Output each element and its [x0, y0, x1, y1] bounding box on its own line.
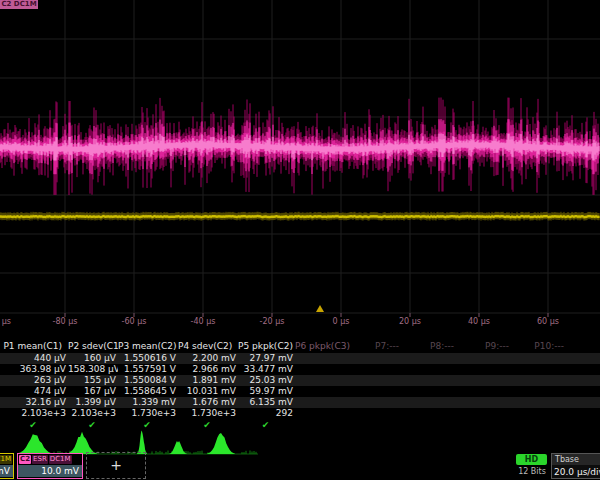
measure-value — [350, 397, 405, 408]
measure-value — [460, 408, 515, 419]
measure-value — [405, 397, 460, 408]
measure-value: 1.730e+3 — [178, 408, 238, 419]
axis-tick-label: 0 µs — [333, 317, 350, 326]
measure-value: 6.135 mV — [238, 397, 295, 408]
measure-value — [460, 364, 515, 375]
timebase-value: 20.0 µs/div — [552, 465, 600, 478]
measure-row-mean: 363.98 µV158.308 µV1.557591 V2.966 mV33.… — [0, 364, 600, 375]
measure-value: 155 µV — [68, 375, 118, 386]
measure-value — [295, 364, 350, 375]
measure-value — [460, 397, 515, 408]
measure-value — [350, 408, 405, 419]
measure-value — [405, 408, 460, 419]
measure-value — [515, 408, 570, 419]
status-check-icon: ✔ — [178, 419, 238, 431]
measure-value: 1.339 mV — [118, 397, 178, 408]
measure-value: 474 µV — [0, 386, 68, 397]
measure-value: 160 µV — [68, 353, 118, 364]
add-trace-button[interactable]: + — [86, 452, 146, 479]
measure-value — [295, 397, 350, 408]
histicon — [67, 432, 97, 454]
measure-value: 1.399 µV — [68, 397, 118, 408]
measure-value: 2.200 mV — [178, 353, 238, 364]
param-header[interactable]: P5 pkpk(C2) — [238, 340, 295, 353]
measure-value: 1.557591 V — [118, 364, 178, 375]
measure-value: 33.477 mV — [238, 364, 295, 375]
measure-value — [405, 353, 460, 364]
measure-value — [515, 397, 570, 408]
trace-annotation-badge: C2 DC1M — [0, 0, 38, 9]
measure-value: 1.558645 V — [118, 386, 178, 397]
measure-value — [405, 364, 460, 375]
measure-value — [350, 364, 405, 375]
measure-value: 1.730e+3 — [118, 408, 178, 419]
c1-volts-per-div: 10.0 mV — [0, 465, 13, 477]
measure-value: 2.103e+3 — [68, 408, 118, 419]
measure-value — [460, 375, 515, 386]
measure-value: 167 µV — [68, 386, 118, 397]
axis-tick-label: -100 µs — [0, 317, 11, 326]
axis-tick-label: -20 µs — [260, 317, 285, 326]
measure-value: 2.966 mV — [178, 364, 238, 375]
measure-value: 1.550084 V — [118, 375, 178, 386]
measure-row-sdev: 32.16 µV1.399 µV1.339 mV1.676 mV6.135 mV — [0, 397, 600, 408]
measure-value — [515, 386, 570, 397]
timebase-descriptor[interactable]: Tbase 20.0 µs/div — [551, 453, 600, 479]
measure-value — [405, 375, 460, 386]
measure-value — [460, 353, 515, 364]
param-header[interactable]: P10:--- — [515, 340, 570, 353]
param-header[interactable]: P7:--- — [350, 340, 405, 353]
status-row: ✔✔✔✔✔ — [0, 419, 600, 431]
measure-value: 27.97 mV — [238, 353, 295, 364]
param-header-row: P1 mean(C1)P2 sdev(C1)P3 mean(C2)P4 sdev… — [0, 340, 600, 353]
histicon — [137, 431, 147, 455]
axis-tick-label: 40 µs — [468, 317, 490, 326]
c2-esr-badge: ESR — [32, 455, 48, 464]
axis-tick-label: -80 µs — [53, 317, 78, 326]
measure-row-max: 474 µV167 µV1.558645 V10.031 mV59.97 mV — [0, 386, 600, 397]
measure-value: 32.16 µV — [0, 397, 68, 408]
trigger-position-icon[interactable] — [316, 305, 324, 312]
param-header[interactable]: P6 pkpk(C3) — [295, 340, 350, 353]
measure-value: 10.031 mV — [178, 386, 238, 397]
axis-tick-label: 20 µs — [399, 317, 421, 326]
measure-value: 363.98 µV — [0, 364, 68, 375]
c2-coupling-badge: DC1M — [49, 455, 72, 464]
param-header[interactable]: P1 mean(C1) — [0, 340, 68, 353]
measure-row-value: 440 µV160 µV1.550616 V2.200 mV27.97 mV — [0, 353, 600, 364]
param-header[interactable]: P3 mean(C2) — [118, 340, 178, 353]
channel-descriptor-c2[interactable]: C2 ESR DC1M 10.0 mV — [17, 453, 83, 479]
measure-value: 59.97 mV — [238, 386, 295, 397]
measure-value: 263 µV — [0, 375, 68, 386]
status-check-icon: ✔ — [0, 419, 68, 431]
measure-value — [350, 386, 405, 397]
c2-label-badge: C2 — [19, 455, 31, 464]
measure-value — [295, 353, 350, 364]
measure-value: 440 µV — [0, 353, 68, 364]
measure-value — [515, 364, 570, 375]
param-header[interactable]: P9:--- — [460, 340, 515, 353]
measure-row-num: 2.103e+32.103e+31.730e+31.730e+3292 — [0, 408, 600, 419]
timebase-title: Tbase — [552, 454, 600, 465]
measurement-table: P1 mean(C1)P2 sdev(C1)P3 mean(C2)P4 sdev… — [0, 340, 600, 431]
measure-value: 2.103e+3 — [0, 408, 68, 419]
measure-value — [295, 375, 350, 386]
status-check-icon: ✔ — [68, 419, 118, 431]
measure-value: 1.676 mV — [178, 397, 238, 408]
measure-value — [350, 353, 405, 364]
measure-value: 158.308 µV — [68, 364, 118, 375]
axis-tick-label: 60 µs — [537, 317, 559, 326]
measure-value — [295, 408, 350, 419]
hd-mode-button[interactable]: HD — [516, 454, 547, 465]
status-check-icon: ✔ — [118, 419, 178, 431]
c2-volts-per-div: 10.0 mV — [18, 465, 82, 477]
param-header[interactable]: P8:--- — [405, 340, 460, 353]
measure-value: 1.550616 V — [118, 353, 178, 364]
channel-descriptor-c1[interactable]: DC1M 10.0 mV — [0, 453, 14, 479]
histicon — [207, 433, 235, 454]
measure-value — [515, 375, 570, 386]
param-header[interactable]: P2 sdev(C1) — [68, 340, 118, 353]
c1-coupling-badge: DC1M — [0, 455, 12, 464]
axis-tick-label: -40 µs — [191, 317, 216, 326]
param-header[interactable]: P4 sdev(C2) — [178, 340, 238, 353]
